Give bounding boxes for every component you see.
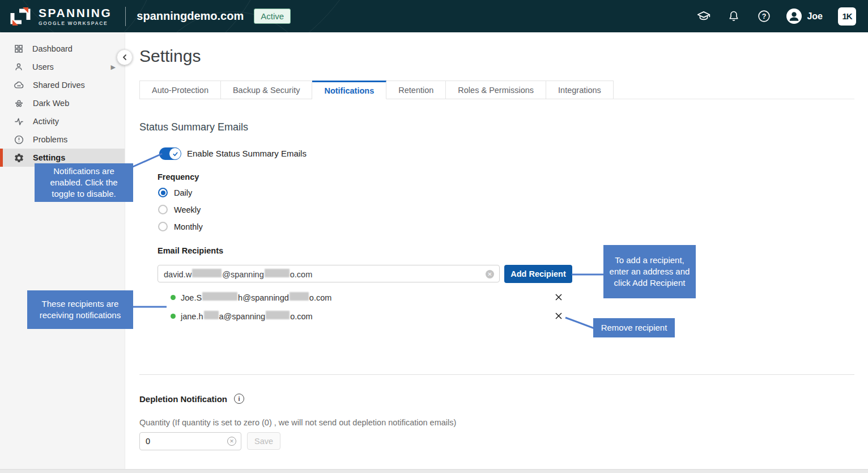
cloud-icon (14, 80, 24, 91)
radio-button-weekly[interactable] (158, 205, 168, 214)
email-text-segment: h@spanningd (238, 293, 289, 302)
frequency-option-weekly[interactable]: Weekly (158, 205, 203, 214)
quantity-input[interactable]: 0 ✕ (139, 432, 241, 450)
depletion-heading: Depletion Notification i (139, 394, 244, 404)
remove-recipient-icon[interactable] (554, 293, 563, 302)
radio-button-monthly[interactable] (158, 222, 168, 231)
domain-title: spanningdemo.com (137, 10, 244, 23)
sidebar: DashboardUsers▶Shared DrivesDark WebActi… (0, 32, 125, 469)
sidebar-item-users[interactable]: Users▶ (0, 58, 125, 76)
tab-roles-permissions[interactable]: Roles & Permissions (446, 81, 546, 99)
radio-button-daily[interactable] (158, 188, 168, 197)
section-divider (139, 374, 854, 375)
email-recipients-label: Email Recipients (158, 246, 223, 255)
radio-label: Monthly (174, 222, 203, 231)
email-text-segment: o.com (309, 293, 332, 302)
frequency-option-monthly[interactable]: Monthly (158, 222, 203, 231)
tab-backup-security[interactable]: Backup & Security (221, 81, 312, 99)
sidebar-item-activity[interactable]: Activity (0, 112, 125, 130)
bell-icon[interactable] (726, 9, 741, 24)
horizontal-scrollbar[interactable] (0, 469, 868, 473)
page-title: Settings (139, 47, 201, 66)
email-text-segment: o.com (290, 270, 313, 279)
add-recipient-button[interactable]: Add Recipient (504, 265, 572, 283)
brand-name: SPANNING (39, 7, 112, 19)
redacted-segment (266, 311, 290, 319)
status-badge: Active (254, 9, 291, 24)
tab-integrations[interactable]: Integrations (546, 81, 614, 99)
user-icon (14, 62, 24, 72)
callout-toggle-enabled: Notifications are enabled. Click the tog… (35, 163, 133, 202)
help-icon[interactable]: ? (756, 9, 771, 24)
clear-input-icon[interactable]: ✕ (486, 270, 494, 278)
recipient-email-value: david.w@spanningo.com (164, 269, 312, 279)
recipient-row: Joe.Sh@spanningdo.com (168, 292, 571, 302)
toggle-label: Enable Status Summary Emails (187, 149, 307, 158)
spy-icon (14, 98, 24, 109)
redacted-segment (290, 292, 309, 301)
brand-subtitle: GOOGLE WORKSPACE (39, 21, 112, 26)
active-recipient-dot-icon (171, 314, 176, 319)
remove-recipient-icon[interactable] (554, 311, 563, 320)
recipient-email: jane.ha@spanningo.com (181, 311, 313, 321)
email-text-segment: david.w (164, 270, 192, 279)
kaseya-logo[interactable]: 1K (838, 7, 856, 26)
email-text-segment: o.com (290, 312, 313, 321)
settings-tabs: Auto-ProtectionBackup & SecurityNotifica… (139, 81, 614, 99)
sidebar-item-label: Users (32, 62, 54, 71)
sidebar-item-label: Activity (33, 117, 59, 126)
active-recipient-dot-icon (171, 295, 176, 300)
header-actions: ? Joe 1K (696, 7, 868, 26)
callout-remove-recipient: Remove recipient (593, 318, 675, 337)
sidebar-collapse-button[interactable] (117, 49, 133, 65)
quantity-label: Quantity (If quantity is set to zero (0)… (139, 418, 456, 427)
graduation-cap-icon[interactable] (696, 9, 711, 24)
recipient-row: jane.ha@spanningo.com (168, 311, 571, 321)
email-text-segment: Joe.S (181, 293, 202, 302)
alert-circle-icon (14, 134, 24, 145)
chevron-right-icon[interactable]: ▶ (111, 64, 116, 71)
callout-receiving-recipients: These recipients are receiving notificat… (27, 290, 133, 329)
user-menu[interactable]: Joe (786, 9, 823, 24)
callout-add-recipient: To add a recipient, enter an address and… (603, 245, 696, 298)
avatar (786, 9, 802, 24)
sidebar-item-label: Dashboard (32, 44, 73, 53)
email-text-segment: @spanning (222, 270, 264, 279)
sidebar-item-label: Settings (33, 153, 65, 162)
svg-text:?: ? (762, 12, 767, 20)
redacted-segment (204, 311, 219, 319)
header-divider (125, 7, 126, 26)
pulse-icon (14, 116, 24, 127)
redacted-segment (192, 269, 222, 277)
sidebar-item-dark-web[interactable]: Dark Web (0, 94, 125, 112)
user-name: Joe (807, 11, 823, 22)
sidebar-item-label: Dark Web (33, 99, 69, 108)
recipient-email: Joe.Sh@spanningdo.com (181, 292, 331, 302)
email-text-segment: a@spanning (219, 312, 266, 321)
recipient-email-input[interactable]: david.w@spanningo.com ✕ (158, 265, 500, 282)
radio-label: Daily (174, 188, 192, 197)
app-window: SPANNING GOOGLE WORKSPACE spanningdemo.c… (0, 0, 868, 473)
tab-auto-protection[interactable]: Auto-Protection (139, 81, 221, 99)
top-bar: SPANNING GOOGLE WORKSPACE spanningdemo.c… (0, 0, 868, 32)
dashboard-grid-icon (14, 44, 24, 54)
sidebar-item-dashboard[interactable]: Dashboard (0, 40, 125, 58)
info-icon[interactable]: i (234, 394, 244, 404)
frequency-radio-group: DailyWeeklyMonthly (158, 188, 203, 239)
tab-retention[interactable]: Retention (386, 81, 446, 99)
sidebar-item-label: Problems (33, 135, 67, 144)
sidebar-item-problems[interactable]: Problems (0, 130, 125, 149)
recipient-list: Joe.Sh@spanningdo.comjane.ha@spanningo.c… (168, 292, 571, 330)
save-button[interactable]: Save (247, 432, 280, 450)
frequency-label: Frequency (158, 172, 199, 181)
sidebar-item-label: Shared Drives (33, 81, 85, 90)
toggle-thumb (169, 147, 181, 160)
depletion-heading-text: Depletion Notification (139, 394, 227, 404)
sidebar-item-shared-drives[interactable]: Shared Drives (0, 76, 125, 94)
tab-notifications[interactable]: Notifications (312, 81, 386, 99)
clear-quantity-icon[interactable]: ✕ (227, 437, 236, 446)
frequency-option-daily[interactable]: Daily (158, 188, 203, 197)
enable-status-emails-toggle[interactable] (159, 147, 181, 160)
brand-text: SPANNING GOOGLE WORKSPACE (39, 7, 112, 26)
status-summary-heading: Status Summary Emails (139, 121, 248, 133)
